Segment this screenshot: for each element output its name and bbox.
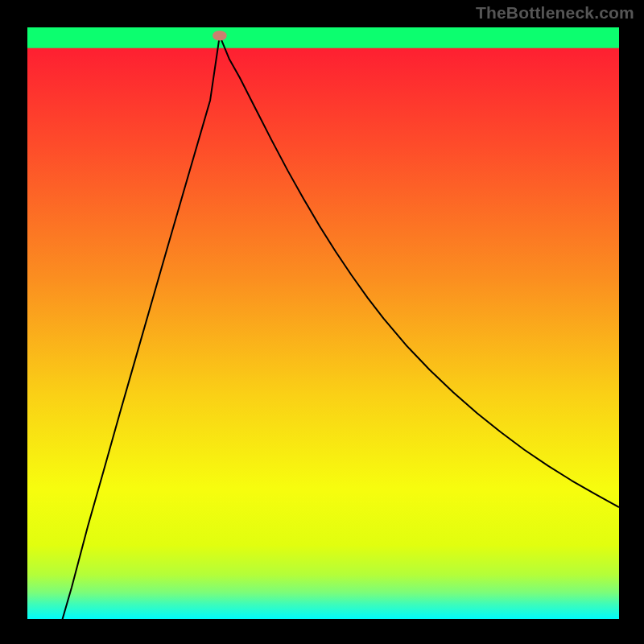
attribution-label: TheBottleneck.com bbox=[476, 3, 634, 23]
optimal-marker bbox=[213, 31, 227, 40]
chart-frame: TheBottleneck.com bbox=[0, 0, 644, 644]
gradient-background bbox=[27, 27, 619, 619]
green-band bbox=[27, 27, 619, 48]
bottleneck-chart bbox=[0, 0, 644, 644]
